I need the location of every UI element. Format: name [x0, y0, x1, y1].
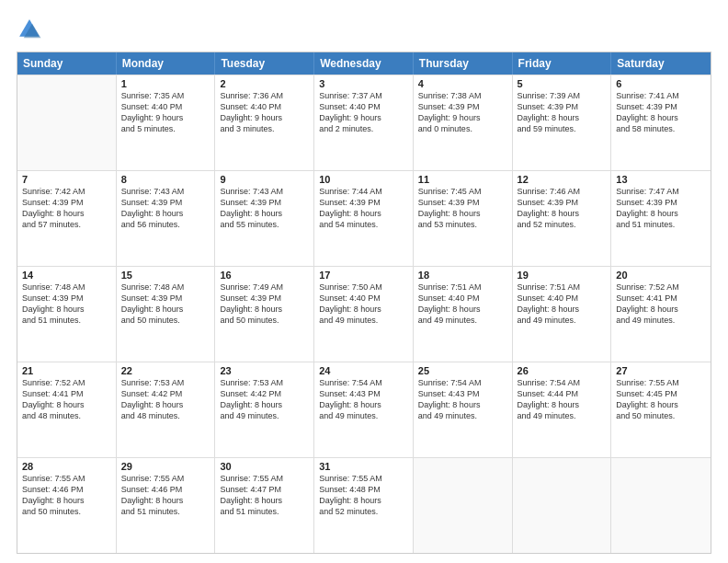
calendar-row-2: 7Sunrise: 7:42 AMSunset: 4:39 PMDaylight…	[17, 170, 711, 266]
calendar-row-4: 21Sunrise: 7:52 AMSunset: 4:41 PMDayligh…	[17, 362, 711, 457]
day-number: 30	[220, 461, 309, 472]
calendar-cell: 26Sunrise: 7:54 AMSunset: 4:44 PMDayligh…	[513, 362, 612, 457]
day-number: 2	[220, 78, 309, 89]
day-number: 8	[121, 174, 210, 185]
day-number: 29	[121, 461, 210, 472]
cell-info: Sunrise: 7:38 AMSunset: 4:39 PMDaylight:…	[418, 90, 507, 135]
day-number: 24	[319, 365, 408, 376]
calendar-cell: 31Sunrise: 7:55 AMSunset: 4:48 PMDayligh…	[314, 458, 414, 553]
calendar-cell	[611, 458, 711, 553]
calendar-cell	[513, 458, 612, 553]
logo-icon	[17, 17, 42, 42]
cell-info: Sunrise: 7:45 AMSunset: 4:39 PMDaylight:…	[418, 186, 507, 231]
calendar-cell: 2Sunrise: 7:36 AMSunset: 4:40 PMDaylight…	[215, 75, 314, 170]
calendar-cell: 16Sunrise: 7:49 AMSunset: 4:39 PMDayligh…	[215, 267, 314, 362]
logo	[17, 17, 46, 42]
cell-info: Sunrise: 7:48 AMSunset: 4:39 PMDaylight:…	[121, 282, 210, 327]
day-number: 27	[616, 365, 706, 376]
weekday-header-monday: Monday	[117, 52, 216, 75]
weekday-header-thursday: Thursday	[414, 52, 513, 75]
calendar-cell: 29Sunrise: 7:55 AMSunset: 4:46 PMDayligh…	[117, 458, 216, 553]
day-number: 25	[418, 365, 507, 376]
cell-info: Sunrise: 7:44 AMSunset: 4:39 PMDaylight:…	[319, 186, 408, 231]
calendar-cell: 27Sunrise: 7:55 AMSunset: 4:45 PMDayligh…	[611, 362, 711, 457]
day-number: 4	[418, 78, 507, 89]
cell-info: Sunrise: 7:53 AMSunset: 4:42 PMDaylight:…	[220, 377, 309, 422]
day-number: 28	[22, 461, 111, 472]
calendar-cell: 30Sunrise: 7:55 AMSunset: 4:47 PMDayligh…	[215, 458, 314, 553]
day-number: 1	[121, 78, 210, 89]
calendar-cell: 3Sunrise: 7:37 AMSunset: 4:40 PMDaylight…	[314, 75, 414, 170]
weekday-header-saturday: Saturday	[611, 52, 711, 75]
calendar-cell	[17, 75, 117, 170]
calendar-cell: 10Sunrise: 7:44 AMSunset: 4:39 PMDayligh…	[314, 171, 414, 266]
calendar-cell: 4Sunrise: 7:38 AMSunset: 4:39 PMDaylight…	[414, 75, 513, 170]
header	[17, 17, 711, 42]
calendar-row-1: 1Sunrise: 7:35 AMSunset: 4:40 PMDaylight…	[17, 75, 711, 170]
day-number: 13	[616, 174, 706, 185]
calendar-cell: 9Sunrise: 7:43 AMSunset: 4:39 PMDaylight…	[215, 171, 314, 266]
calendar-cell: 21Sunrise: 7:52 AMSunset: 4:41 PMDayligh…	[17, 362, 117, 457]
calendar-cell: 20Sunrise: 7:52 AMSunset: 4:41 PMDayligh…	[611, 267, 711, 362]
weekday-header-wednesday: Wednesday	[314, 52, 414, 75]
page: SundayMondayTuesdayWednesdayThursdayFrid…	[0, 0, 728, 563]
calendar-cell: 18Sunrise: 7:51 AMSunset: 4:40 PMDayligh…	[414, 267, 513, 362]
cell-info: Sunrise: 7:43 AMSunset: 4:39 PMDaylight:…	[220, 186, 309, 231]
cell-info: Sunrise: 7:51 AMSunset: 4:40 PMDaylight:…	[418, 282, 507, 327]
day-number: 20	[616, 270, 706, 281]
calendar-cell: 8Sunrise: 7:43 AMSunset: 4:39 PMDaylight…	[117, 171, 216, 266]
day-number: 18	[418, 270, 507, 281]
calendar-row-3: 14Sunrise: 7:48 AMSunset: 4:39 PMDayligh…	[17, 266, 711, 362]
calendar-cell: 6Sunrise: 7:41 AMSunset: 4:39 PMDaylight…	[611, 75, 711, 170]
calendar-cell: 1Sunrise: 7:35 AMSunset: 4:40 PMDaylight…	[117, 75, 216, 170]
day-number: 14	[22, 270, 111, 281]
calendar-cell: 17Sunrise: 7:50 AMSunset: 4:40 PMDayligh…	[314, 267, 414, 362]
day-number: 3	[319, 78, 408, 89]
day-number: 6	[616, 78, 706, 89]
day-number: 9	[220, 174, 309, 185]
day-number: 7	[22, 174, 111, 185]
calendar-cell: 11Sunrise: 7:45 AMSunset: 4:39 PMDayligh…	[414, 171, 513, 266]
cell-info: Sunrise: 7:55 AMSunset: 4:48 PMDaylight:…	[319, 473, 408, 518]
weekday-header-tuesday: Tuesday	[215, 52, 314, 75]
day-number: 19	[518, 270, 607, 281]
calendar-cell: 12Sunrise: 7:46 AMSunset: 4:39 PMDayligh…	[513, 171, 612, 266]
weekday-header-sunday: Sunday	[17, 52, 117, 75]
cell-info: Sunrise: 7:36 AMSunset: 4:40 PMDaylight:…	[220, 90, 309, 135]
cell-info: Sunrise: 7:55 AMSunset: 4:45 PMDaylight:…	[616, 377, 706, 422]
calendar-cell: 5Sunrise: 7:39 AMSunset: 4:39 PMDaylight…	[513, 75, 612, 170]
cell-info: Sunrise: 7:35 AMSunset: 4:40 PMDaylight:…	[121, 90, 210, 135]
cell-info: Sunrise: 7:51 AMSunset: 4:40 PMDaylight:…	[518, 282, 607, 327]
calendar-cell: 19Sunrise: 7:51 AMSunset: 4:40 PMDayligh…	[513, 267, 612, 362]
cell-info: Sunrise: 7:48 AMSunset: 4:39 PMDaylight:…	[22, 282, 111, 327]
cell-info: Sunrise: 7:55 AMSunset: 4:46 PMDaylight:…	[22, 473, 111, 518]
cell-info: Sunrise: 7:54 AMSunset: 4:43 PMDaylight:…	[319, 377, 408, 422]
calendar-cell: 14Sunrise: 7:48 AMSunset: 4:39 PMDayligh…	[17, 267, 117, 362]
calendar-cell: 22Sunrise: 7:53 AMSunset: 4:42 PMDayligh…	[117, 362, 216, 457]
calendar-cell: 13Sunrise: 7:47 AMSunset: 4:39 PMDayligh…	[611, 171, 711, 266]
calendar-header: SundayMondayTuesdayWednesdayThursdayFrid…	[17, 52, 711, 75]
calendar-cell: 23Sunrise: 7:53 AMSunset: 4:42 PMDayligh…	[215, 362, 314, 457]
cell-info: Sunrise: 7:53 AMSunset: 4:42 PMDaylight:…	[121, 377, 210, 422]
day-number: 15	[121, 270, 210, 281]
calendar-body: 1Sunrise: 7:35 AMSunset: 4:40 PMDaylight…	[17, 75, 711, 553]
cell-info: Sunrise: 7:55 AMSunset: 4:46 PMDaylight:…	[121, 473, 210, 518]
day-number: 22	[121, 365, 210, 376]
day-number: 10	[319, 174, 408, 185]
day-number: 5	[518, 78, 607, 89]
cell-info: Sunrise: 7:46 AMSunset: 4:39 PMDaylight:…	[518, 186, 607, 231]
calendar-cell: 15Sunrise: 7:48 AMSunset: 4:39 PMDayligh…	[117, 267, 216, 362]
cell-info: Sunrise: 7:39 AMSunset: 4:39 PMDaylight:…	[518, 90, 607, 135]
calendar: SundayMondayTuesdayWednesdayThursdayFrid…	[17, 52, 711, 554]
cell-info: Sunrise: 7:47 AMSunset: 4:39 PMDaylight:…	[616, 186, 706, 231]
calendar-cell	[414, 458, 513, 553]
day-number: 11	[418, 174, 507, 185]
calendar-cell: 25Sunrise: 7:54 AMSunset: 4:43 PMDayligh…	[414, 362, 513, 457]
cell-info: Sunrise: 7:41 AMSunset: 4:39 PMDaylight:…	[616, 90, 706, 135]
day-number: 31	[319, 461, 408, 472]
cell-info: Sunrise: 7:54 AMSunset: 4:44 PMDaylight:…	[518, 377, 607, 422]
weekday-header-friday: Friday	[513, 52, 612, 75]
day-number: 26	[518, 365, 607, 376]
cell-info: Sunrise: 7:52 AMSunset: 4:41 PMDaylight:…	[22, 377, 111, 422]
cell-info: Sunrise: 7:54 AMSunset: 4:43 PMDaylight:…	[418, 377, 507, 422]
